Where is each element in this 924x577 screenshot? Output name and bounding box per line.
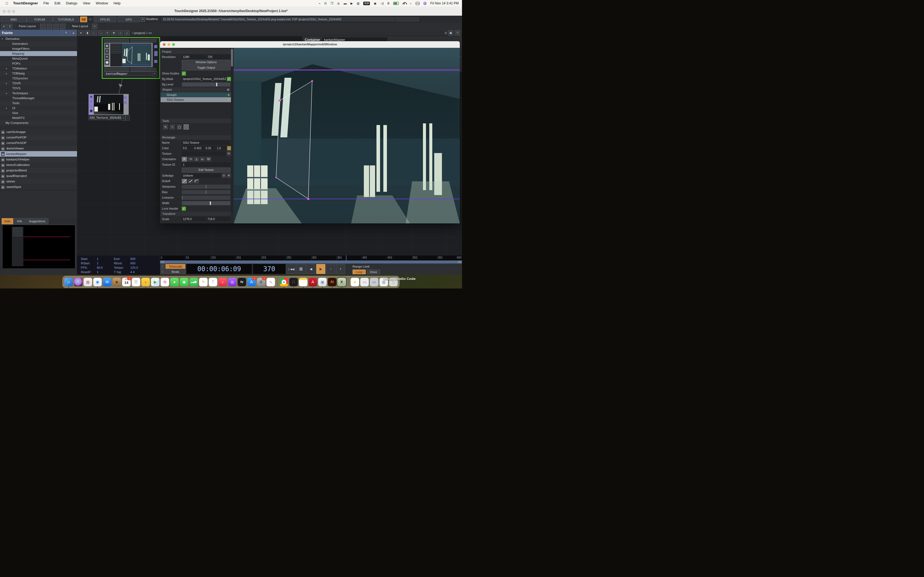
palette-component-kinectcalibration[interactable]: ◈kinectCalibration: [0, 162, 77, 168]
node-flag[interactable]: [104, 39, 129, 42]
chevron-right-icon[interactable]: ▸: [6, 107, 7, 110]
slider-handle[interactable]: [216, 83, 217, 86]
node-info-box[interactable]: ●: [121, 115, 125, 121]
node-info-box[interactable]: ◦: [125, 115, 130, 121]
menu-view[interactable]: View: [80, 2, 93, 5]
rectangle-tool-icon[interactable]: ▢: [176, 124, 183, 130]
palette-tree-item-tdsynchro[interactable]: TDSynchro: [0, 76, 77, 81]
color-swatch[interactable]: [227, 146, 231, 150]
rolloff-scurve-icon[interactable]: [182, 179, 187, 184]
palette-component-kantanmapper[interactable]: ◈kantanMapper: [0, 151, 77, 156]
dock-finder-icon[interactable]: ☺: [65, 278, 73, 286]
param-value-field[interactable]: Uniform: [182, 173, 221, 178]
tab-info[interactable]: Info: [14, 218, 25, 224]
step-forward-button[interactable]: +: [336, 264, 345, 274]
chevron-right-icon[interactable]: ▸: [6, 92, 7, 95]
loop-button[interactable]: Loop: [352, 269, 366, 274]
rolloff-linear-icon[interactable]: [188, 179, 193, 184]
independent-mode-button[interactable]: I: [161, 269, 165, 274]
palette-tree-item-imagefilters[interactable]: ImageFilters: [0, 46, 77, 51]
menu-edit[interactable]: Edit: [52, 2, 63, 5]
layout-vsplit-icon[interactable]: [47, 24, 52, 29]
collapse-icon[interactable]: ∧: [1, 24, 6, 29]
menu-file[interactable]: File: [41, 2, 52, 5]
tab-icon[interactable]: Icon: [2, 218, 13, 224]
dock-siri-icon[interactable]: [74, 278, 82, 286]
spotlight-icon[interactable]: ⌕: [410, 2, 411, 5]
node-body[interactable]: ◉ ϟ ✕ ⬤: [104, 43, 153, 67]
cook-flag-icon[interactable]: ϟ: [89, 99, 93, 103]
dock-cyberduck-icon[interactable]: ●: [141, 278, 150, 286]
param-slider[interactable]: [182, 201, 231, 205]
timeline-ruler[interactable]: 151101151201251301351401451501551600: [160, 256, 462, 261]
dock-preview-app-icon[interactable]: ▣: [318, 278, 327, 286]
dock-system-settings-icon[interactable]: ⚙2: [257, 278, 265, 286]
param-value-field[interactable]: 0.25: [205, 146, 215, 150]
chevron-down-icon[interactable]: ▾: [2, 38, 3, 40]
shape-item-ssu-texture[interactable]: SSU-Texture◉: [161, 97, 231, 102]
pane-type-dropdown-icon[interactable]: ▾: [78, 30, 84, 36]
cook-flag-icon[interactable]: ϟ: [105, 49, 109, 54]
visibility-eye-icon[interactable]: ◉: [228, 98, 231, 101]
param-slider[interactable]: [182, 190, 231, 194]
orientation-button-90[interactable]: F: [188, 157, 193, 161]
node-add-icon[interactable]: ✦: [152, 71, 157, 76]
add-icon[interactable]: +: [105, 30, 110, 36]
realtime-checkbox[interactable]: ✕: [141, 17, 145, 21]
siri-icon[interactable]: [423, 2, 426, 5]
palette-component-kantanuvhelper[interactable]: ◈kantanUVHelper: [0, 156, 77, 162]
play-circle-icon[interactable]: ▶: [351, 2, 353, 5]
param-slider[interactable]: [182, 196, 231, 200]
quad-point-bottom-left[interactable]: [275, 177, 277, 178]
wiki-button[interactable]: WIKI: [0, 16, 27, 22]
lock-icon[interactable]: ⬤: [105, 60, 109, 65]
dock-safari-icon[interactable]: ◉: [93, 278, 102, 286]
param-value-field[interactable]: 1: [182, 163, 231, 167]
dock-waveform-app-icon[interactable]: ∿: [267, 278, 275, 286]
mapping-quad[interactable]: [234, 48, 460, 223]
node-connector[interactable]: [154, 60, 157, 63]
param-slider[interactable]: [182, 82, 231, 87]
palette-tree-item-tools[interactable]: Tools: [0, 101, 77, 105]
dock-contacts-icon[interactable]: ☻: [113, 278, 121, 286]
search-icon[interactable]: ⌕: [118, 30, 123, 36]
visibility-eye-icon[interactable]: ◉: [228, 93, 231, 96]
dock-dots-app-icon[interactable]: ∷: [289, 278, 298, 286]
slider-handle[interactable]: [206, 190, 207, 194]
dock-maps-icon[interactable]: ▶: [151, 278, 160, 286]
tutorials-button[interactable]: TUTORIALS: [53, 16, 79, 22]
dock-photos-icon[interactable]: ✿: [161, 278, 169, 286]
node-flag[interactable]: [131, 39, 157, 42]
dock-app-store-icon[interactable]: A4: [247, 278, 256, 286]
dock-touchdesigner-icon[interactable]: Ӿ: [338, 278, 346, 286]
shape-item-group1[interactable]: Group1◉: [161, 92, 231, 97]
scrollbar[interactable]: [231, 49, 233, 214]
param-value-field[interactable]: 1278.0: [182, 217, 206, 221]
node-flag[interactable]: [131, 68, 157, 71]
palette-tree-item-generators[interactable]: Generators: [0, 41, 77, 46]
volume-icon[interactable]: ◁): [380, 2, 384, 5]
palette-tree-item-tdbitwig[interactable]: ▸TDBitwig: [0, 71, 77, 76]
node-connector[interactable]: [124, 101, 127, 104]
param-value-field[interactable]: 0.5: [182, 146, 192, 150]
new-layout-add-button[interactable]: +: [92, 24, 97, 29]
plugin-icon[interactable]: ⌁: [319, 2, 321, 5]
freeform-tool-icon[interactable]: ◯: [183, 124, 189, 130]
once-button[interactable]: Once: [367, 269, 380, 274]
export-arrow-icon[interactable]: →: [89, 104, 93, 108]
dock-chrome-icon[interactable]: ●: [279, 278, 288, 286]
chevron-right-icon[interactable]: ▸: [6, 67, 7, 70]
dock-messages-icon[interactable]: ●: [170, 278, 179, 286]
display-icon[interactable]: ❐: [331, 2, 333, 5]
param-checkbox[interactable]: ✓: [182, 206, 186, 211]
menu-touchdesigner[interactable]: TouchDesigner: [10, 2, 41, 5]
viewer-eye-icon[interactable]: ◉: [105, 44, 109, 48]
mapping-viewport[interactable]: [234, 48, 460, 223]
chevron-right-icon[interactable]: ▸: [6, 72, 7, 75]
lock-icon[interactable]: ⬤: [89, 108, 93, 113]
param-slider[interactable]: [182, 185, 231, 189]
orientation-button-0[interactable]: F: [182, 157, 187, 161]
bypass-icon[interactable]: ✕: [105, 55, 109, 60]
layout-hsplit-icon[interactable]: [53, 24, 59, 29]
layout-quad-icon[interactable]: [60, 24, 65, 29]
